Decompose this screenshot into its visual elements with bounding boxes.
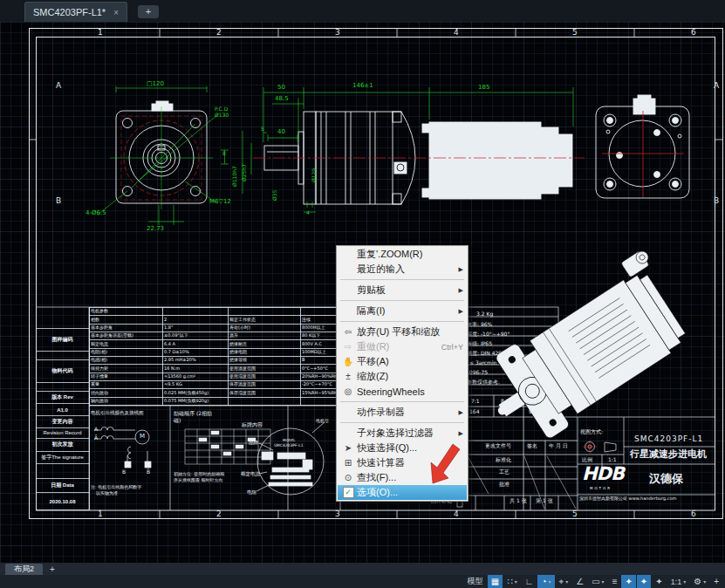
table-cell: 电阻(相) (90, 348, 163, 356)
annotation-scale-icon[interactable]: ✦ (652, 575, 666, 588)
new-tab-button[interactable]: + (138, 5, 159, 18)
drawing-annotation: 146±1 (352, 83, 373, 89)
annotation-scale-value[interactable]: 1:1▾ (667, 575, 690, 588)
drawing-annotation: 2 (216, 510, 222, 518)
revision-title-column: 图样编码物料代码版本 RevA1.0变更内容Revision Record初次发… (36, 307, 90, 510)
drawing-annotation: 汉德保 (649, 473, 683, 484)
revision-cell: Revision Record (36, 428, 89, 439)
menu-item-label: 缩放(Z) (357, 370, 463, 383)
drawing-annotation: 等级: IP65 (467, 341, 492, 346)
polar-tracking-toggle-dropdown-icon[interactable]: ▾ (549, 578, 551, 585)
dynamic-input-toggle-dropdown-icon[interactable]: ▾ (602, 578, 605, 585)
menu-separator (340, 279, 464, 280)
drawing-annotation: Ā (94, 435, 98, 441)
table-cell: 温升 (229, 332, 301, 339)
drawing-annotation: 1096-75 (466, 370, 488, 375)
object-snap-toggle[interactable]: ⌖▾ (556, 575, 572, 588)
menu-item-find[interactable]: ⊙查找(F)... (338, 470, 467, 485)
table-cell: 2 (163, 316, 229, 324)
drawing-annotation: 签名 (527, 443, 537, 448)
menu-item-repeat-zoom[interactable]: 重复'.ZOOM(R) (338, 247, 467, 262)
table-cell: 轴向跳动 (90, 397, 163, 405)
drawing-annotation: SMC4203PF-L1 (634, 435, 703, 443)
workspace-settings-dropdown-icon[interactable]: ▾ (703, 578, 706, 585)
drawing-annotation: 22.73 (147, 226, 164, 232)
workspace-settings[interactable]: ⚙▾ (690, 575, 709, 588)
drawing-annotation: 批准 (499, 482, 510, 487)
drawing-annotation: 1:1 (608, 457, 617, 462)
revision-cell: 2020.10.08 (36, 493, 89, 510)
snap-mode-toggle-dropdown-icon[interactable]: ▾ (515, 578, 517, 585)
object-snap-toggle-icon: ⌖ (559, 577, 564, 587)
menu-item-subobject-filter[interactable]: 子对象选择过滤器▶ (338, 426, 467, 441)
menu-item-label: 动作录制器 (357, 406, 455, 419)
motor-parameters-table: 电机参数相数2额定工作状态连续基本步距角1.8°寿命(小时)8000H以上基本步… (89, 307, 352, 406)
drawing-annotation: 40 (277, 129, 285, 135)
menu-item-isolate[interactable]: 隔离(I)▶ (338, 304, 467, 318)
drawing-annotation: M6▽12 (209, 199, 231, 205)
model-space-button[interactable]: 模型 (464, 575, 487, 588)
grid-display-toggle[interactable]: ▦ (488, 575, 503, 588)
table-cell: 16 N.m (163, 365, 229, 373)
layout-tab[interactable]: 布局2 (5, 564, 43, 575)
revision-cell: 初次发放 (36, 439, 89, 452)
polar-tracking-toggle[interactable]: ◔▾ (537, 575, 554, 588)
drawing-annotation: 励磁顺序 (2相励 (174, 411, 212, 416)
drawing-annotation: 以实物为准 (96, 491, 118, 496)
menu-item-recent-input[interactable]: 最近的输入▶ (338, 262, 467, 277)
status-bar: 模型▦∷▾∟◔▾⌖▾∠▭▾≡✦✦✦1:1▾⚙▾+ (0, 575, 725, 588)
snap-mode-toggle[interactable]: ∷▾ (503, 575, 520, 588)
angle-snap-toggle[interactable]: ∠ (572, 575, 587, 588)
drawing-annotation: 品牌 (249, 441, 258, 446)
drawing-annotation: Ø120 (311, 168, 317, 182)
dynamic-input-toggle[interactable]: ▭▾ (588, 575, 607, 588)
menu-item-undo-pan-zoom[interactable]: ⇦放弃(U) 平移和缩放 (338, 325, 467, 339)
menu-item-label: 快速计算器 (357, 456, 463, 469)
menu-item-action-recorder[interactable]: 动作录制器▶ (338, 405, 467, 420)
menu-item-label: 重复'.ZOOM(R) (357, 248, 463, 261)
drawing-annotation: 参数仅供参考. (467, 379, 500, 385)
cad-application-window: SMC4203PF-L1* × + (0, 0, 725, 588)
annotation-autoscale-toggle[interactable]: ✦ (637, 575, 651, 588)
annotation-scale-value-label: 1:1 (671, 578, 682, 586)
drawing-annotation: 164 (469, 409, 479, 414)
angle-snap-toggle-icon: ∠ (576, 577, 584, 586)
drawing-annotation: ≤ 3arcmin (469, 360, 496, 366)
menu-item-label: 重做(R) (357, 340, 437, 353)
annotation-visibility-toggle[interactable]: ✦ (621, 575, 635, 588)
annotation-scale-icon-icon: ✦ (655, 577, 662, 586)
menu-item-clipboard[interactable]: 剪贴板▶ (338, 283, 467, 297)
table-cell: 绝缘耐压 (229, 340, 301, 348)
undo-pan-zoom-icon: ⇦ (339, 327, 357, 337)
document-tab[interactable]: SMC4203PF-L1* × (24, 2, 127, 22)
object-snap-toggle-dropdown-icon[interactable]: ▾ (565, 578, 568, 585)
new-layout-button[interactable]: + (50, 564, 55, 574)
menu-separator (340, 401, 464, 402)
close-tab-icon[interactable]: × (113, 8, 119, 17)
table-cell (163, 308, 229, 316)
ortho-mode-toggle[interactable]: ∟ (522, 575, 537, 588)
menu-item-quick-select[interactable]: ➤快速选择(Q)... (338, 441, 467, 455)
drawing-annotation: 年 月 日 (549, 443, 568, 448)
redo-icon: ⇨ (339, 342, 357, 352)
drawing-annotation: 工艺 (499, 469, 510, 475)
table-cell: 0.075 MM(负载920g) (163, 397, 229, 405)
annotation-scale-value-dropdown-icon[interactable]: ▾ (683, 578, 686, 585)
drawing-annotation: 90 (529, 409, 536, 414)
context-menu: 重复'.ZOOM(R)最近的输入▶剪贴板▶隔离(I)▶⇦放弃(U) 平移和缩放⇨… (336, 245, 469, 502)
menu-item-zoom[interactable]: ±缩放(Z) (338, 369, 467, 384)
lineweight-toggle[interactable]: ≡ (609, 575, 621, 588)
menu-item-quick-calculator[interactable]: ⊞快速计算器 (338, 455, 467, 470)
customize-button[interactable]: + (710, 575, 722, 588)
table-cell: 绝缘等级 (229, 356, 301, 364)
menu-item-steering-wheels[interactable]: ◎SteeringWheels (338, 384, 467, 399)
menu-item-options[interactable]: ✓选项(O)... (338, 485, 467, 500)
revision-cell (36, 464, 89, 479)
drawing-annotation: 额定电流 (241, 472, 260, 477)
menu-item-label: 平移(A) (357, 355, 463, 368)
steering-wheels-icon: ◎ (339, 386, 357, 396)
document-tab-bar: SMC4203PF-L1* × + (0, 0, 725, 22)
drawing-annotation: 序从接线图看 顺时针方向 (174, 478, 223, 482)
menu-item-label: 剪贴板 (357, 284, 455, 297)
menu-item-pan[interactable]: ✋平移(A) (338, 354, 467, 369)
